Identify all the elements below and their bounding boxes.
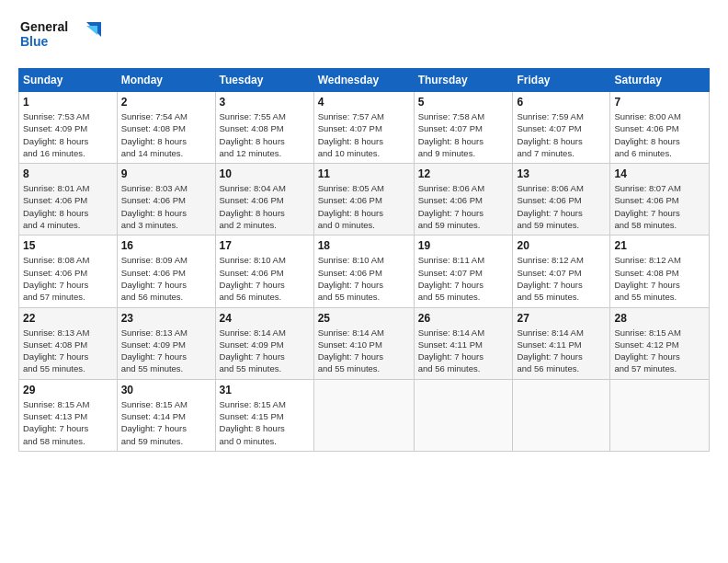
day-number: 12 xyxy=(418,167,509,180)
svg-text:General: General xyxy=(20,19,68,34)
day-info: Sunrise: 8:14 AM Sunset: 4:09 PM Dayligh… xyxy=(220,327,310,375)
day-number: 21 xyxy=(614,239,705,252)
day-info: Sunrise: 8:04 AM Sunset: 4:06 PM Dayligh… xyxy=(220,182,310,231)
table-row: 21Sunrise: 8:12 AM Sunset: 4:08 PM Dayli… xyxy=(610,236,710,307)
day-number: 17 xyxy=(220,239,310,252)
day-info: Sunrise: 8:15 AM Sunset: 4:14 PM Dayligh… xyxy=(121,398,211,447)
table-row: 22Sunrise: 8:13 AM Sunset: 4:08 PM Dayli… xyxy=(19,307,118,379)
table-row: 2Sunrise: 7:54 AM Sunset: 4:08 PM Daylig… xyxy=(117,92,215,164)
table-row xyxy=(313,379,414,451)
day-info: Sunrise: 8:01 AM Sunset: 4:06 PM Dayligh… xyxy=(23,182,113,231)
day-info: Sunrise: 8:11 AM Sunset: 4:07 PM Dayligh… xyxy=(418,254,509,303)
day-info: Sunrise: 8:13 AM Sunset: 4:09 PM Dayligh… xyxy=(121,327,211,375)
table-row xyxy=(414,379,513,451)
day-info: Sunrise: 7:54 AM Sunset: 4:08 PM Dayligh… xyxy=(121,110,211,159)
svg-text:Blue: Blue xyxy=(20,34,49,49)
table-row: 27Sunrise: 8:14 AM Sunset: 4:11 PM Dayli… xyxy=(513,307,610,379)
day-number: 10 xyxy=(220,167,310,180)
day-number: 9 xyxy=(121,167,211,180)
table-row: 23Sunrise: 8:13 AM Sunset: 4:09 PM Dayli… xyxy=(117,307,215,379)
table-row: 16Sunrise: 8:09 AM Sunset: 4:06 PM Dayli… xyxy=(117,236,215,307)
day-number: 4 xyxy=(318,96,410,109)
day-info: Sunrise: 8:12 AM Sunset: 4:08 PM Dayligh… xyxy=(614,254,705,303)
day-number: 5 xyxy=(418,96,509,109)
day-number: 18 xyxy=(318,239,410,252)
day-info: Sunrise: 8:08 AM Sunset: 4:06 PM Dayligh… xyxy=(23,254,113,303)
table-row xyxy=(610,379,710,451)
table-row: 25Sunrise: 8:14 AM Sunset: 4:10 PM Dayli… xyxy=(313,307,414,379)
col-tuesday: Tuesday xyxy=(215,69,313,92)
day-number: 14 xyxy=(614,167,705,180)
table-row: 10Sunrise: 8:04 AM Sunset: 4:06 PM Dayli… xyxy=(215,164,313,236)
logo: General Blue xyxy=(18,15,110,59)
day-number: 27 xyxy=(517,312,606,325)
table-row: 4Sunrise: 7:57 AM Sunset: 4:07 PM Daylig… xyxy=(313,92,414,164)
day-info: Sunrise: 8:06 AM Sunset: 4:06 PM Dayligh… xyxy=(418,182,509,231)
table-row: 17Sunrise: 8:10 AM Sunset: 4:06 PM Dayli… xyxy=(215,236,313,307)
table-row: 8Sunrise: 8:01 AM Sunset: 4:06 PM Daylig… xyxy=(19,164,118,236)
table-row: 31Sunrise: 8:15 AM Sunset: 4:15 PM Dayli… xyxy=(215,379,313,451)
day-number: 22 xyxy=(23,312,113,325)
day-number: 8 xyxy=(23,167,113,180)
svg-marker-3 xyxy=(86,26,97,35)
day-number: 13 xyxy=(517,167,606,180)
day-info: Sunrise: 7:59 AM Sunset: 4:07 PM Dayligh… xyxy=(517,110,606,159)
calendar-week-row: 22Sunrise: 8:13 AM Sunset: 4:08 PM Dayli… xyxy=(19,307,710,379)
table-row: 19Sunrise: 8:11 AM Sunset: 4:07 PM Dayli… xyxy=(414,236,513,307)
day-info: Sunrise: 8:14 AM Sunset: 4:11 PM Dayligh… xyxy=(418,327,509,375)
day-info: Sunrise: 8:14 AM Sunset: 4:11 PM Dayligh… xyxy=(517,327,606,375)
day-number: 19 xyxy=(418,239,509,252)
col-sunday: Sunday xyxy=(19,69,118,92)
day-number: 29 xyxy=(23,384,113,396)
day-number: 25 xyxy=(318,312,410,325)
table-row: 30Sunrise: 8:15 AM Sunset: 4:14 PM Dayli… xyxy=(117,379,215,451)
table-row: 7Sunrise: 8:00 AM Sunset: 4:06 PM Daylig… xyxy=(610,92,710,164)
table-row: 1Sunrise: 7:53 AM Sunset: 4:09 PM Daylig… xyxy=(19,92,118,164)
day-number: 31 xyxy=(220,384,310,396)
table-row: 29Sunrise: 8:15 AM Sunset: 4:13 PM Dayli… xyxy=(19,379,118,451)
day-info: Sunrise: 8:07 AM Sunset: 4:06 PM Dayligh… xyxy=(614,182,705,231)
col-monday: Monday xyxy=(117,69,215,92)
table-row xyxy=(513,379,610,451)
day-info: Sunrise: 7:58 AM Sunset: 4:07 PM Dayligh… xyxy=(418,110,509,159)
day-number: 24 xyxy=(220,312,310,325)
day-number: 16 xyxy=(121,239,211,252)
day-info: Sunrise: 8:10 AM Sunset: 4:06 PM Dayligh… xyxy=(220,254,310,303)
day-info: Sunrise: 8:15 AM Sunset: 4:13 PM Dayligh… xyxy=(23,398,113,447)
table-row: 11Sunrise: 8:05 AM Sunset: 4:06 PM Dayli… xyxy=(313,164,414,236)
day-info: Sunrise: 8:06 AM Sunset: 4:06 PM Dayligh… xyxy=(517,182,606,231)
day-number: 7 xyxy=(614,96,705,109)
day-info: Sunrise: 7:57 AM Sunset: 4:07 PM Dayligh… xyxy=(318,110,410,159)
day-info: Sunrise: 8:15 AM Sunset: 4:12 PM Dayligh… xyxy=(614,327,705,375)
day-info: Sunrise: 8:14 AM Sunset: 4:10 PM Dayligh… xyxy=(318,327,410,375)
day-number: 2 xyxy=(121,96,211,109)
calendar-week-row: 29Sunrise: 8:15 AM Sunset: 4:13 PM Dayli… xyxy=(19,379,710,451)
day-info: Sunrise: 8:05 AM Sunset: 4:06 PM Dayligh… xyxy=(318,182,410,231)
day-number: 28 xyxy=(614,312,705,325)
calendar-table: Sunday Monday Tuesday Wednesday Thursday… xyxy=(18,68,710,452)
day-number: 26 xyxy=(418,312,509,325)
table-row: 5Sunrise: 7:58 AM Sunset: 4:07 PM Daylig… xyxy=(414,92,513,164)
day-number: 23 xyxy=(121,312,211,325)
table-row: 9Sunrise: 8:03 AM Sunset: 4:06 PM Daylig… xyxy=(117,164,215,236)
page: General Blue Sunday Monday Tuesday Wedne… xyxy=(0,0,728,563)
day-number: 1 xyxy=(23,96,113,109)
day-number: 11 xyxy=(318,167,410,180)
day-info: Sunrise: 8:09 AM Sunset: 4:06 PM Dayligh… xyxy=(121,254,211,303)
table-row: 15Sunrise: 8:08 AM Sunset: 4:06 PM Dayli… xyxy=(19,236,118,307)
table-row: 14Sunrise: 8:07 AM Sunset: 4:06 PM Dayli… xyxy=(610,164,710,236)
table-row: 28Sunrise: 8:15 AM Sunset: 4:12 PM Dayli… xyxy=(610,307,710,379)
table-row: 13Sunrise: 8:06 AM Sunset: 4:06 PM Dayli… xyxy=(513,164,610,236)
calendar-week-row: 1Sunrise: 7:53 AM Sunset: 4:09 PM Daylig… xyxy=(19,92,710,164)
day-info: Sunrise: 8:13 AM Sunset: 4:08 PM Dayligh… xyxy=(23,327,113,375)
day-info: Sunrise: 7:53 AM Sunset: 4:09 PM Dayligh… xyxy=(23,110,113,159)
day-info: Sunrise: 7:55 AM Sunset: 4:08 PM Dayligh… xyxy=(220,110,310,159)
table-row: 12Sunrise: 8:06 AM Sunset: 4:06 PM Dayli… xyxy=(414,164,513,236)
calendar-header-row: Sunday Monday Tuesday Wednesday Thursday… xyxy=(19,69,710,92)
logo-text: General Blue xyxy=(18,15,110,59)
col-saturday: Saturday xyxy=(610,69,710,92)
table-row: 6Sunrise: 7:59 AM Sunset: 4:07 PM Daylig… xyxy=(513,92,610,164)
day-number: 3 xyxy=(220,96,310,109)
calendar-week-row: 8Sunrise: 8:01 AM Sunset: 4:06 PM Daylig… xyxy=(19,164,710,236)
table-row: 24Sunrise: 8:14 AM Sunset: 4:09 PM Dayli… xyxy=(215,307,313,379)
